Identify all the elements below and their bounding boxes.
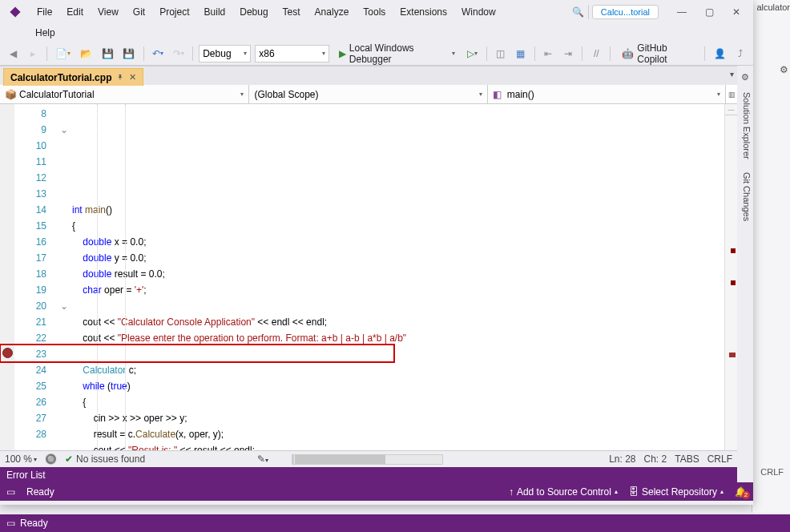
- start-debugging-button[interactable]: ▶Local Windows Debugger▾: [333, 40, 461, 67]
- pin-icon[interactable]: 🖈: [116, 73, 124, 82]
- minimize-button[interactable]: —: [668, 2, 695, 22]
- undo-button[interactable]: ↶▾: [150, 45, 167, 62]
- error-list-tab[interactable]: Error List: [0, 467, 737, 482]
- gear-icon[interactable]: ⚙: [780, 64, 788, 75]
- menu-edit[interactable]: Edit: [60, 3, 90, 21]
- outdent-button[interactable]: ⇤: [540, 45, 556, 62]
- menu-extensions[interactable]: Extensions: [393, 3, 453, 21]
- tabs-mode-label[interactable]: TABS: [675, 453, 699, 465]
- document-tab-name: CalculatorTutorial.cpp: [10, 72, 111, 83]
- split-button[interactable]: ▥: [726, 85, 737, 103]
- chat-icon[interactable]: ▭: [6, 518, 15, 529]
- zoom-dropdown[interactable]: 100 %▾: [5, 453, 37, 465]
- outer-statusbar: ▭ Ready: [0, 514, 790, 532]
- notifications-button[interactable]: 🔔: [735, 486, 747, 498]
- nav-scope-dropdown[interactable]: (Global Scope)▾: [249, 85, 487, 103]
- close-tab-button[interactable]: ✕: [129, 72, 136, 83]
- overview-ruler[interactable]: —: [724, 104, 737, 450]
- horizontal-scrollbar[interactable]: [292, 454, 443, 465]
- scope-button[interactable]: ◫: [493, 45, 509, 62]
- overview-breakpoint-mark: [729, 353, 736, 357]
- chat-icon[interactable]: ▭: [6, 486, 15, 498]
- main-toolbar: ◀ ▸ 📄▾ 📂 💾 💾 ↶▾ ↷▾ Debug▾ x86▾ ▶Local Wi…: [0, 42, 753, 66]
- vs-logo-icon: [6, 3, 24, 21]
- start-without-debugging-button[interactable]: ▷▾: [465, 45, 481, 62]
- new-item-button[interactable]: 📄▾: [53, 45, 73, 62]
- check-icon: ✔: [65, 453, 73, 465]
- line-number-gutter: 8910111213141516171819202122232425262728: [14, 104, 58, 450]
- nav-back-button[interactable]: ◀: [5, 45, 21, 62]
- split-horizontal-icon[interactable]: —: [725, 104, 737, 115]
- editor-status-bar: 100 %▾ 🔘 ✔No issues found ✎▾ Ln: 28 Ch: …: [0, 450, 737, 467]
- search-icon[interactable]: 🔍: [569, 6, 585, 18]
- redo-button[interactable]: ↷▾: [170, 45, 187, 62]
- config-dropdown[interactable]: Debug▾: [199, 45, 251, 62]
- nav-function-dropdown[interactable]: ◧main()▾: [488, 85, 726, 103]
- share-button[interactable]: ⤴: [732, 45, 748, 62]
- platform-dropdown[interactable]: x86▾: [255, 45, 329, 62]
- menu-file[interactable]: File: [30, 3, 58, 21]
- breakpoint-highlight-box: [0, 344, 395, 363]
- background-window-tab: alculator: [756, 2, 790, 12]
- gear-icon[interactable]: ⚙: [737, 69, 753, 86]
- document-tab-active[interactable]: CalculatorTutorial.cpp 🖈 ✕: [3, 68, 143, 86]
- menu-view[interactable]: View: [91, 3, 125, 21]
- line-ending-label[interactable]: CRLF: [707, 453, 732, 465]
- overview-mark: [731, 280, 736, 285]
- outer-crlf-label: CRLF: [760, 467, 784, 477]
- menu-build[interactable]: Build: [198, 3, 232, 21]
- main-window: File Edit View Git Project Build Debug T…: [0, 0, 753, 505]
- code-area[interactable]: int main(){ double x = 0.0; double y = 0…: [71, 104, 724, 450]
- side-panel-well: ⚙ Solution Explorer Git Changes: [737, 66, 753, 482]
- close-button[interactable]: ✕: [723, 2, 750, 22]
- titlebar: File Edit View Git Project Build Debug T…: [0, 0, 753, 24]
- menubar: File Edit View Git Project Build Debug T…: [30, 3, 502, 21]
- menu-window[interactable]: Window: [455, 3, 502, 21]
- cursor-col-label: Ch: 2: [644, 453, 667, 465]
- document-tabs: CalculatorTutorial.cpp 🖈 ✕ ▾: [0, 66, 737, 85]
- fold-gutter[interactable]: ⌄⌄: [58, 104, 71, 450]
- git-changes-tab[interactable]: Git Changes: [737, 166, 753, 228]
- tab-overflow-button[interactable]: ▾: [730, 70, 734, 79]
- nav-project-dropdown[interactable]: 📦CalculatorTutorial▾: [0, 85, 249, 103]
- save-all-button[interactable]: 💾: [120, 45, 138, 62]
- overview-mark: [731, 248, 736, 253]
- nav-fwd-button[interactable]: ▸: [25, 45, 41, 62]
- menu-debug[interactable]: Debug: [233, 3, 274, 21]
- issues-label: No issues found: [76, 453, 145, 465]
- ready-label: Ready: [26, 486, 54, 498]
- brush-icon[interactable]: ✎▾: [257, 453, 268, 465]
- indent-button[interactable]: ⇥: [560, 45, 576, 62]
- menu-test[interactable]: Test: [276, 3, 307, 21]
- account-button[interactable]: 👤: [711, 45, 728, 62]
- background-window: alculator ⚙ CRLF: [752, 0, 790, 513]
- menu-analyze[interactable]: Analyze: [308, 3, 356, 21]
- solution-explorer-tab[interactable]: Solution Explorer: [737, 86, 753, 166]
- maximize-button[interactable]: ▢: [695, 2, 723, 22]
- menu-help[interactable]: Help: [29, 24, 62, 42]
- add-source-control-button[interactable]: ↑Add to Source Control▴: [509, 486, 618, 498]
- open-button[interactable]: 📂: [77, 45, 95, 62]
- copilot-button[interactable]: 🤖GitHub Copilot: [616, 40, 699, 67]
- cursor-line-label: Ln: 28: [609, 453, 635, 465]
- code-editor[interactable]: 8910111213141516171819202122232425262728…: [0, 104, 737, 450]
- save-button[interactable]: 💾: [99, 45, 116, 62]
- navigation-bar: 📦CalculatorTutorial▾ (Global Scope)▾ ◧ma…: [0, 85, 737, 104]
- statusbar: ▭ Ready ↑Add to Source Control▴ 🗄Select …: [0, 482, 753, 501]
- menu-tools[interactable]: Tools: [357, 3, 392, 21]
- find-mode-icon[interactable]: 🔘: [45, 453, 57, 465]
- solution-name-pill[interactable]: Calcu...torial: [592, 5, 659, 19]
- layers-button[interactable]: ▦: [513, 45, 529, 62]
- menu-project[interactable]: Project: [153, 3, 195, 21]
- menu-git[interactable]: Git: [127, 3, 151, 21]
- breakpoint-gutter[interactable]: [0, 104, 14, 450]
- select-repository-button[interactable]: 🗄Select Repository▴: [629, 486, 723, 498]
- outer-ready-label: Ready: [20, 518, 48, 529]
- comment-button[interactable]: //: [588, 45, 604, 62]
